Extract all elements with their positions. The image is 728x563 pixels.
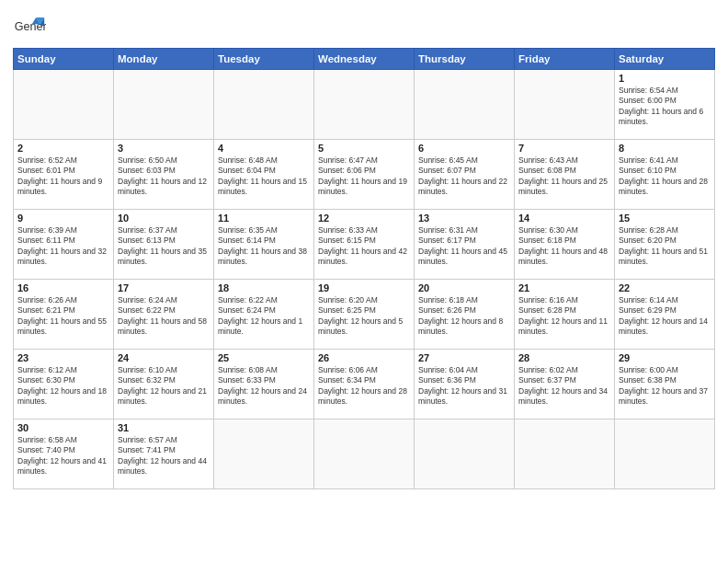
- calendar-cell: [415, 70, 515, 140]
- calendar-cell: 12Sunrise: 6:33 AMSunset: 6:15 PMDayligh…: [314, 210, 415, 280]
- day-info: Sunrise: 6:26 AMSunset: 6:21 PMDaylight:…: [17, 295, 109, 338]
- calendar-cell: 26Sunrise: 6:06 AMSunset: 6:34 PMDayligh…: [314, 350, 415, 419]
- day-number: 25: [218, 352, 310, 363]
- day-info: Sunrise: 6:57 AMSunset: 7:41 PMDaylight:…: [118, 435, 210, 477]
- day-info: Sunrise: 6:52 AMSunset: 6:01 PMDaylight:…: [17, 155, 109, 198]
- day-info: Sunrise: 6:30 AMSunset: 6:18 PMDaylight:…: [518, 225, 610, 268]
- calendar-cell: 23Sunrise: 6:12 AMSunset: 6:30 PMDayligh…: [14, 350, 114, 419]
- weekday-header-friday: Friday: [515, 49, 615, 70]
- calendar-cell: 27Sunrise: 6:04 AMSunset: 6:36 PMDayligh…: [415, 350, 515, 419]
- calendar-cell: 17Sunrise: 6:24 AMSunset: 6:22 PMDayligh…: [114, 280, 214, 350]
- day-number: 11: [218, 213, 310, 224]
- day-info: Sunrise: 6:14 AMSunset: 6:29 PMDaylight:…: [619, 295, 711, 338]
- calendar-cell: 1Sunrise: 6:54 AMSunset: 6:00 PMDaylight…: [615, 70, 715, 140]
- weekday-header-monday: Monday: [114, 49, 214, 70]
- calendar-cell: [214, 419, 314, 489]
- day-number: 18: [218, 282, 310, 293]
- day-info: Sunrise: 6:22 AMSunset: 6:24 PMDaylight:…: [218, 295, 310, 338]
- calendar-cell: 18Sunrise: 6:22 AMSunset: 6:24 PMDayligh…: [214, 280, 314, 350]
- calendar-cell: 4Sunrise: 6:48 AMSunset: 6:04 PMDaylight…: [214, 140, 314, 210]
- day-number: 8: [619, 143, 711, 154]
- calendar-cell: 28Sunrise: 6:02 AMSunset: 6:37 PMDayligh…: [515, 350, 615, 419]
- day-number: 14: [518, 213, 610, 224]
- calendar-cell: [214, 70, 314, 140]
- day-number: 7: [518, 143, 610, 154]
- calendar-cell: 15Sunrise: 6:28 AMSunset: 6:20 PMDayligh…: [615, 210, 715, 280]
- calendar-week-5: 23Sunrise: 6:12 AMSunset: 6:30 PMDayligh…: [14, 350, 715, 419]
- day-number: 15: [619, 213, 711, 224]
- calendar-cell: 21Sunrise: 6:16 AMSunset: 6:28 PMDayligh…: [515, 280, 615, 350]
- day-number: 10: [118, 213, 210, 224]
- day-number: 13: [418, 213, 510, 224]
- day-info: Sunrise: 6:48 AMSunset: 6:04 PMDaylight:…: [218, 155, 310, 198]
- calendar-week-1: 1Sunrise: 6:54 AMSunset: 6:00 PMDaylight…: [14, 70, 715, 140]
- day-number: 6: [418, 143, 510, 154]
- calendar-week-3: 9Sunrise: 6:39 AMSunset: 6:11 PMDaylight…: [14, 210, 715, 280]
- day-number: 22: [619, 282, 711, 293]
- day-info: Sunrise: 6:02 AMSunset: 6:37 PMDaylight:…: [518, 365, 610, 408]
- calendar-cell: 20Sunrise: 6:18 AMSunset: 6:26 PMDayligh…: [415, 280, 515, 350]
- day-number: 4: [218, 143, 310, 154]
- calendar-cell: 24Sunrise: 6:10 AMSunset: 6:32 PMDayligh…: [114, 350, 214, 419]
- calendar-cell: 29Sunrise: 6:00 AMSunset: 6:38 PMDayligh…: [615, 350, 715, 419]
- day-info: Sunrise: 6:12 AMSunset: 6:30 PMDaylight:…: [17, 365, 109, 408]
- day-info: Sunrise: 6:20 AMSunset: 6:25 PMDaylight:…: [318, 295, 410, 338]
- weekday-header-wednesday: Wednesday: [314, 49, 415, 70]
- calendar-cell: 31Sunrise: 6:57 AMSunset: 7:41 PMDayligh…: [114, 419, 214, 489]
- day-info: Sunrise: 6:08 AMSunset: 6:33 PMDaylight:…: [218, 365, 310, 408]
- day-info: Sunrise: 6:37 AMSunset: 6:13 PMDaylight:…: [118, 225, 210, 268]
- day-info: Sunrise: 6:45 AMSunset: 6:07 PMDaylight:…: [418, 155, 510, 198]
- day-info: Sunrise: 6:50 AMSunset: 6:03 PMDaylight:…: [118, 155, 210, 198]
- day-number: 17: [118, 282, 210, 293]
- day-info: Sunrise: 6:24 AMSunset: 6:22 PMDaylight:…: [118, 295, 210, 338]
- day-number: 30: [17, 422, 109, 433]
- day-info: Sunrise: 6:18 AMSunset: 6:26 PMDaylight:…: [418, 295, 510, 338]
- calendar-cell: [615, 419, 715, 489]
- day-number: 5: [318, 143, 410, 154]
- day-number: 26: [318, 352, 410, 363]
- day-number: 20: [418, 282, 510, 293]
- weekday-header-thursday: Thursday: [415, 49, 515, 70]
- day-number: 23: [17, 352, 109, 363]
- day-number: 16: [17, 282, 109, 293]
- day-info: Sunrise: 6:00 AMSunset: 6:38 PMDaylight:…: [619, 365, 711, 408]
- calendar-cell: 13Sunrise: 6:31 AMSunset: 6:17 PMDayligh…: [415, 210, 515, 280]
- day-number: 2: [17, 143, 109, 154]
- calendar-header-row: SundayMondayTuesdayWednesdayThursdayFrid…: [14, 49, 715, 70]
- calendar-cell: 6Sunrise: 6:45 AMSunset: 6:07 PMDaylight…: [415, 140, 515, 210]
- day-info: Sunrise: 6:47 AMSunset: 6:06 PMDaylight:…: [318, 155, 410, 198]
- day-info: Sunrise: 6:41 AMSunset: 6:10 PMDaylight:…: [619, 155, 711, 198]
- day-number: 1: [619, 73, 711, 84]
- calendar-table: SundayMondayTuesdayWednesdayThursdayFrid…: [13, 48, 715, 489]
- day-info: Sunrise: 6:33 AMSunset: 6:15 PMDaylight:…: [318, 225, 410, 268]
- calendar-cell: 5Sunrise: 6:47 AMSunset: 6:06 PMDaylight…: [314, 140, 415, 210]
- day-number: 9: [17, 213, 109, 224]
- calendar-cell: [314, 419, 415, 489]
- calendar-cell: [114, 70, 214, 140]
- calendar-cell: [415, 419, 515, 489]
- day-info: Sunrise: 6:16 AMSunset: 6:28 PMDaylight:…: [518, 295, 610, 338]
- calendar-cell: 19Sunrise: 6:20 AMSunset: 6:25 PMDayligh…: [314, 280, 415, 350]
- day-number: 27: [418, 352, 510, 363]
- day-number: 28: [518, 352, 610, 363]
- calendar-week-4: 16Sunrise: 6:26 AMSunset: 6:21 PMDayligh…: [14, 280, 715, 350]
- calendar-cell: 3Sunrise: 6:50 AMSunset: 6:03 PMDaylight…: [114, 140, 214, 210]
- day-number: 31: [118, 422, 210, 433]
- calendar-cell: 30Sunrise: 6:58 AMSunset: 7:40 PMDayligh…: [14, 419, 114, 489]
- day-info: Sunrise: 6:10 AMSunset: 6:32 PMDaylight:…: [118, 365, 210, 408]
- day-number: 24: [118, 352, 210, 363]
- calendar-week-6: 30Sunrise: 6:58 AMSunset: 7:40 PMDayligh…: [14, 419, 715, 489]
- weekday-header-saturday: Saturday: [615, 49, 715, 70]
- calendar-cell: 2Sunrise: 6:52 AMSunset: 6:01 PMDaylight…: [14, 140, 114, 210]
- day-number: 12: [318, 213, 410, 224]
- calendar-cell: [314, 70, 415, 140]
- logo-icon: General: [13, 9, 46, 42]
- day-info: Sunrise: 6:31 AMSunset: 6:17 PMDaylight:…: [418, 225, 510, 268]
- day-info: Sunrise: 6:54 AMSunset: 6:00 PMDaylight:…: [619, 86, 711, 128]
- logo: General: [13, 9, 50, 42]
- day-info: Sunrise: 6:39 AMSunset: 6:11 PMDaylight:…: [17, 225, 109, 268]
- calendar-cell: 22Sunrise: 6:14 AMSunset: 6:29 PMDayligh…: [615, 280, 715, 350]
- calendar-cell: 25Sunrise: 6:08 AMSunset: 6:33 PMDayligh…: [214, 350, 314, 419]
- calendar-cell: [515, 70, 615, 140]
- day-number: 29: [619, 352, 711, 363]
